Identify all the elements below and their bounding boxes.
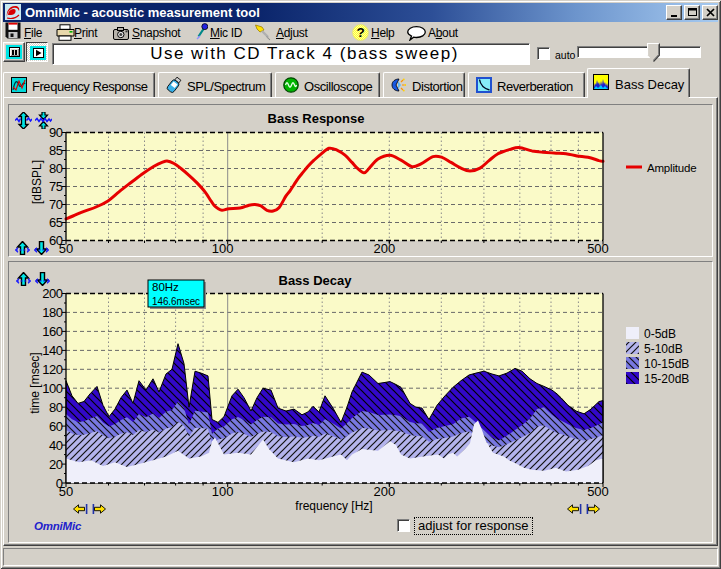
svg-text:0-5dB: 0-5dB [644, 327, 676, 341]
svg-text:15-20dB: 15-20dB [644, 372, 689, 386]
svg-text:10-15dB: 10-15dB [644, 357, 689, 371]
svg-text:65: 65 [49, 215, 63, 230]
svg-text:50: 50 [59, 484, 73, 499]
svg-text:100: 100 [212, 241, 234, 256]
svg-text:70: 70 [49, 197, 63, 212]
svg-text:60: 60 [49, 419, 63, 434]
svg-text:75: 75 [49, 179, 63, 194]
svg-text:frequency [Hz]: frequency [Hz] [295, 499, 372, 513]
svg-text:200: 200 [373, 241, 395, 256]
svg-text:180: 180 [42, 305, 62, 320]
svg-text:time [msec]: time [msec] [28, 352, 42, 413]
svg-text:200: 200 [42, 286, 62, 301]
svg-text:160: 160 [42, 324, 62, 339]
svg-text:200: 200 [373, 484, 395, 499]
svg-text:Bass Decay: Bass Decay [279, 273, 353, 288]
svg-text:80: 80 [49, 161, 63, 176]
svg-text:Bass Response: Bass Response [268, 111, 365, 126]
svg-text:85: 85 [49, 143, 63, 158]
svg-text:5-10dB: 5-10dB [644, 342, 683, 356]
svg-text:140: 140 [42, 343, 62, 358]
svg-text:80Hz: 80Hz [152, 281, 179, 293]
svg-text:100: 100 [42, 381, 62, 396]
svg-text:100: 100 [212, 484, 234, 499]
svg-text:?: ? [356, 25, 364, 40]
svg-text:[dBSPL]: [dBSPL] [30, 160, 44, 204]
svg-text:120: 120 [42, 362, 62, 377]
svg-text:500: 500 [587, 241, 609, 256]
svg-text:40: 40 [49, 438, 63, 453]
svg-text:146.6msec: 146.6msec [152, 295, 200, 307]
svg-text:500: 500 [587, 484, 609, 499]
svg-text:Amplitude: Amplitude [647, 162, 696, 174]
svg-text:80: 80 [49, 400, 63, 415]
svg-text:20: 20 [49, 457, 63, 472]
svg-text:50: 50 [59, 241, 73, 256]
